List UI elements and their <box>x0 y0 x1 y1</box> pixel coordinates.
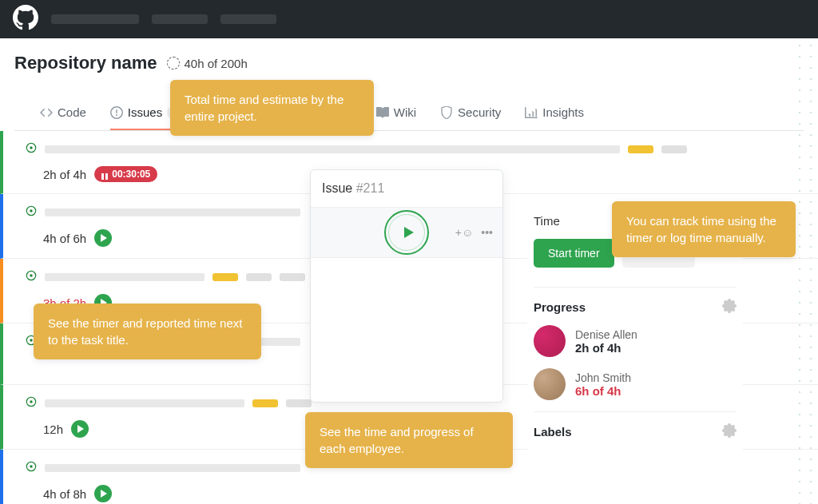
issue-open-icon <box>26 270 37 284</box>
labels-section: Labels <box>534 411 737 439</box>
start-timer-button[interactable]: Start timer <box>534 239 614 268</box>
code-icon <box>40 106 53 119</box>
repo-tabs: Code Issues 6 rojects 1 Wiki Security In… <box>14 97 804 131</box>
avatar <box>534 325 566 357</box>
pause-icon <box>101 171 108 177</box>
label-pill <box>628 145 653 153</box>
callout-text: See the time and progress of each employ… <box>320 425 474 455</box>
callout-tooltip: See the timer and reported time next to … <box>34 304 261 359</box>
svg-point-9 <box>30 339 33 342</box>
tab-label: Security <box>458 105 501 119</box>
callout-tooltip: See the time and progress of each employ… <box>305 412 513 468</box>
tab-label: Wiki <box>394 105 416 119</box>
big-play-button[interactable] <box>384 210 429 255</box>
time-summary-icon <box>167 57 180 69</box>
github-logo-icon[interactable] <box>13 5 38 34</box>
timer-value: 00:30:05 <box>112 169 150 180</box>
top-nav <box>0 0 818 38</box>
nav-placeholder <box>152 14 208 24</box>
issue-panel-body <box>311 258 502 402</box>
callout-text: Total time and estimate by the entire pr… <box>185 93 343 123</box>
add-emoji-icon[interactable]: +☺ <box>455 226 473 239</box>
issue-time: 4h of 6h <box>43 232 86 245</box>
person-name: Denise Allen <box>575 328 637 341</box>
issue-open-icon <box>26 142 37 157</box>
graph-icon <box>525 106 538 119</box>
play-button[interactable] <box>71 420 89 438</box>
person-row: Denise Allen 2h of 4h <box>534 325 737 357</box>
avatar <box>534 368 566 400</box>
more-icon[interactable]: ••• <box>481 226 493 239</box>
issue-title-placeholder <box>45 464 300 472</box>
time-summary: 40h of 200h <box>167 57 248 70</box>
callout-text: You can track time using the timer or lo… <box>626 214 776 244</box>
label-pill <box>246 273 272 281</box>
person-time: 2h of 4h <box>575 341 637 355</box>
repo-title: Repository name <box>14 53 157 73</box>
svg-point-1 <box>30 146 33 149</box>
person-time: 6h of 4h <box>575 384 631 398</box>
issue-number: #211 <box>356 181 385 195</box>
svg-rect-2 <box>101 173 104 180</box>
issue-detail-panel: Issue #211 +☺ ••• <box>310 169 503 403</box>
tab-insights[interactable]: Insights <box>525 97 584 130</box>
issue-time: 12h <box>43 423 63 436</box>
progress-section: Progress Denise Allen 2h of 4h John Smit… <box>534 287 737 400</box>
timer-badge[interactable]: 00:30:05 <box>94 166 157 182</box>
label-pill <box>661 145 687 153</box>
book-icon <box>376 106 389 119</box>
tab-security[interactable]: Security <box>440 97 501 130</box>
tab-label: Code <box>58 105 86 119</box>
callout-tooltip: You can track time using the timer or lo… <box>612 201 796 257</box>
svg-point-5 <box>30 209 33 212</box>
tab-wiki[interactable]: Wiki <box>376 97 416 130</box>
label-pill <box>286 399 312 407</box>
nav-placeholder <box>220 14 276 24</box>
gear-icon[interactable] <box>722 423 737 441</box>
callout-text: See the timer and reported time next to … <box>48 316 242 347</box>
issue-open-icon <box>26 205 37 220</box>
issue-open-icon <box>26 461 37 475</box>
time-summary-text: 40h of 200h <box>185 57 248 70</box>
tab-code[interactable]: Code <box>40 97 86 130</box>
issue-open-icon <box>26 396 37 411</box>
issue-title-placeholder <box>45 208 300 216</box>
issue-panel-title: Issue <box>322 181 352 195</box>
play-button[interactable] <box>94 485 112 502</box>
issue-title-placeholder <box>45 273 204 281</box>
label-pill <box>212 273 238 281</box>
issue-panel-header: Issue #211 <box>311 170 502 207</box>
issue-time: 4h of 8h <box>43 487 86 501</box>
svg-point-13 <box>30 465 33 468</box>
label-pill <box>252 399 278 407</box>
label-pill <box>280 273 305 281</box>
callout-tooltip: Total time and estimate by the entire pr… <box>170 80 374 136</box>
labels-label: Labels <box>534 425 737 439</box>
issue-panel-toolbar: +☺ ••• <box>311 207 502 258</box>
svg-rect-3 <box>105 173 108 180</box>
tab-label: Insights <box>542 105 584 119</box>
gear-icon[interactable] <box>722 299 737 316</box>
nav-placeholder <box>51 14 139 24</box>
repo-header: Repository name 40h of 200h Code Issues … <box>0 38 818 131</box>
issues-icon <box>110 106 123 119</box>
svg-point-7 <box>30 274 33 277</box>
issue-title-placeholder <box>45 399 244 407</box>
svg-point-11 <box>30 400 33 403</box>
progress-label: Progress <box>534 300 737 314</box>
person-name: John Smith <box>575 371 631 384</box>
person-row: John Smith 6h of 4h <box>534 368 737 400</box>
issue-time: 2h of 4h <box>43 168 86 181</box>
play-button[interactable] <box>94 229 112 247</box>
issue-title-placeholder <box>45 145 620 153</box>
tab-label: Issues <box>128 105 162 119</box>
shield-icon <box>440 106 453 119</box>
